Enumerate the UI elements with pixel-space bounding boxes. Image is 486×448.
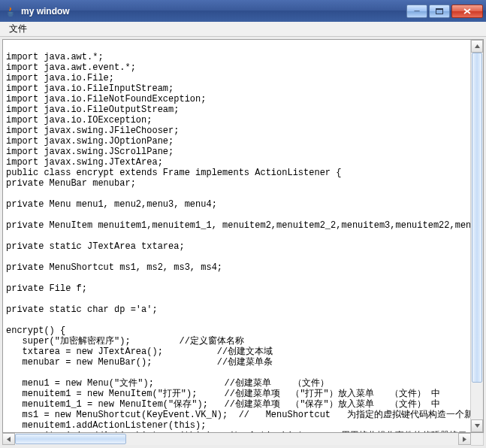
scroll-thumb-h[interactable] [15,434,126,444]
titlebar[interactable]: my window ─ [0,0,486,22]
scroll-pane: import java.awt.*; import java.awt.event… [2,39,484,433]
scroll-thumb-v[interactable] [472,53,482,383]
content-frame: import java.awt.*; import java.awt.event… [0,37,486,448]
titlebar-left: my window [5,5,70,17]
close-button[interactable] [451,5,483,18]
horizontal-scrollbar[interactable] [2,432,471,445]
minimize-button[interactable]: ─ [406,5,427,18]
scroll-right-button[interactable] [458,433,471,445]
vertical-scrollbar[interactable] [470,40,483,432]
hscroll-row [2,433,484,446]
scroll-track-h[interactable] [15,433,458,445]
scroll-corner [471,433,484,446]
menubar: 文件 [0,22,486,37]
scroll-up-button[interactable] [471,40,483,53]
window-controls: ─ [406,5,483,18]
menu-file[interactable]: 文件 [3,21,33,37]
scroll-left-button[interactable] [2,433,15,445]
text-area[interactable]: import java.awt.*; import java.awt.event… [3,40,470,432]
java-icon [5,5,17,17]
scroll-down-button[interactable] [471,419,483,432]
app-window: my window ─ 文件 import java.awt.*; import… [0,0,486,448]
window-title: my window [21,6,70,17]
scroll-track-v[interactable] [471,53,483,419]
maximize-button[interactable] [429,5,450,18]
